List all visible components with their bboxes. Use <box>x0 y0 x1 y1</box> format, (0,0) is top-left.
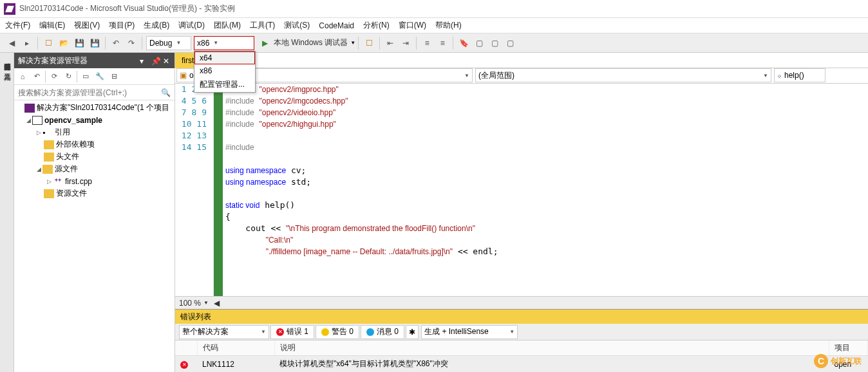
window-title: Sln20170314Code - Microsoft Visual Studi… <box>19 3 235 14</box>
menu-debug[interactable]: 调试(D) <box>178 20 205 31</box>
menu-analyze[interactable]: 分析(N) <box>363 20 390 31</box>
properties-icon[interactable]: 🔧 <box>94 71 106 82</box>
errors-pill[interactable]: ✕错误 1 <box>270 325 314 339</box>
col-desc[interactable]: 说明 <box>274 340 829 356</box>
toolbar-button[interactable]: ▢ <box>473 37 486 50</box>
tree-sources[interactable]: ◢源文件 <box>14 163 175 175</box>
node-label: first.cpp <box>65 177 92 186</box>
line-gutter: 1 2 3 4 5 6 7 8 9 10 11 12 13 14 15 <box>175 84 214 296</box>
separator <box>453 37 453 50</box>
code-content[interactable]: #include "opencv2/imgproc.hpp" #include … <box>223 84 868 296</box>
node-label: 引用 <box>55 127 70 138</box>
dropdown-icon[interactable]: ▾ <box>140 57 147 64</box>
tree-solution[interactable]: 解决方案"Sln20170314Code"(1 个项目 <box>14 102 175 114</box>
chevron-down-icon[interactable]: ▼ <box>350 40 355 46</box>
chevron-down-icon: ▼ <box>509 329 514 335</box>
server-explorer-tab[interactable]: 服务器资源管理器 <box>0 53 14 63</box>
scope-function-combo[interactable]: ⬦help() <box>774 68 826 82</box>
indent-less-icon[interactable]: ⇤ <box>384 37 397 50</box>
chevron-down-icon: ▼ <box>261 329 266 335</box>
separator <box>77 71 77 82</box>
solution-search-input[interactable] <box>14 88 157 97</box>
menu-window[interactable]: 窗口(W) <box>399 20 426 31</box>
watermark-icon: C <box>814 354 828 368</box>
messages-pill[interactable]: 消息 0 <box>361 325 404 339</box>
combo-label: 整个解决方案 <box>182 326 229 337</box>
menu-build[interactable]: 生成(B) <box>144 20 169 31</box>
scope-namespace-combo[interactable]: (全局范围)▼ <box>475 68 771 82</box>
menu-tools[interactable]: 工具(T) <box>250 20 275 31</box>
close-icon[interactable]: ✕ <box>163 57 171 64</box>
toolbar-button[interactable]: ☐ <box>363 37 375 50</box>
menu-test[interactable]: 测试(S) <box>284 20 310 31</box>
redo-icon[interactable]: ↷ <box>125 37 138 50</box>
bookmark-icon[interactable]: 🔖 <box>457 37 470 50</box>
col-code[interactable]: 代码 <box>197 340 274 356</box>
menu-file[interactable]: 文件(F) <box>5 20 30 31</box>
pin-icon[interactable]: 📌 <box>151 57 159 64</box>
tree-refs[interactable]: ▷▪引用 <box>14 126 175 138</box>
dropdown-item-x64[interactable]: x64 <box>194 51 255 64</box>
chevron-down-icon: ▼ <box>176 40 181 46</box>
warnings-pill[interactable]: 警告 0 <box>316 325 359 339</box>
folder-icon <box>44 189 54 198</box>
main-content: 服务器资源管理器 工具箱 解决方案资源管理器 ▾ 📌 ✕ ⌂ ↶ ⟳ ↻ ▭ 🔧… <box>0 53 868 372</box>
filter-button[interactable]: ✱ <box>406 325 419 339</box>
run-icon[interactable]: ▶ <box>258 37 271 50</box>
scroll-left-icon[interactable]: ◀ <box>214 299 220 308</box>
undo-icon[interactable]: ↶ <box>109 37 122 50</box>
tree-resources[interactable]: 资源文件 <box>14 187 175 200</box>
project-icon: ▣ <box>180 71 187 80</box>
main-toolbar: ◀ ▸ ☐ 📂 💾 💾 ↶ ↷ Debug▼ x86▼ x64 x86 配置管理… <box>0 33 868 53</box>
toolbox-tab[interactable]: 工具箱 <box>0 63 14 73</box>
table-header-row: 代码 说明 项目 <box>175 340 868 356</box>
watermark-text: 创新互联 <box>831 356 862 367</box>
save-all-icon[interactable]: 💾 <box>88 37 101 50</box>
refresh-icon[interactable]: ↻ <box>62 71 74 82</box>
nav-fwd-icon[interactable]: ▸ <box>21 37 33 50</box>
menu-help[interactable]: 帮助(H) <box>435 20 462 31</box>
menu-edit[interactable]: 编辑(E) <box>39 20 65 31</box>
tree-headers[interactable]: 头文件 <box>14 151 175 163</box>
dropdown-item-config-manager[interactable]: 配置管理器... <box>194 77 255 92</box>
home-icon[interactable]: ⌂ <box>17 71 28 82</box>
col-project[interactable]: 项目 <box>829 340 868 356</box>
error-scope-combo[interactable]: 整个解决方案▼ <box>179 325 269 339</box>
platform-combo[interactable]: x86▼ x64 x86 配置管理器... <box>194 36 254 50</box>
search-icon[interactable]: 🔍 <box>157 88 175 97</box>
run-label[interactable]: 本地 Windows 调试器 <box>274 37 348 48</box>
uncomment-icon[interactable]: ≡ <box>436 37 449 50</box>
collapse-icon[interactable]: ⊟ <box>108 71 120 82</box>
back-icon[interactable]: ↶ <box>31 71 42 82</box>
toolbar-button[interactable]: ▢ <box>504 37 516 50</box>
show-all-icon[interactable]: ▭ <box>80 71 91 82</box>
code-editor[interactable]: 1 2 3 4 5 6 7 8 9 10 11 12 13 14 15 #inc… <box>175 84 868 296</box>
dropdown-item-x86[interactable]: x86 <box>194 64 255 77</box>
tree-file-first[interactable]: ▷++first.cpp <box>14 175 175 187</box>
sync-icon[interactable]: ⟳ <box>48 71 60 82</box>
open-file-icon[interactable]: 📂 <box>57 37 70 50</box>
solution-toolbar: ⌂ ↶ ⟳ ↻ ▭ 🔧 ⊟ <box>14 68 175 85</box>
new-project-icon[interactable]: ☐ <box>42 37 55 50</box>
zoom-level[interactable]: 100 % <box>179 299 201 308</box>
chevron-down-icon[interactable]: ▼ <box>203 300 209 306</box>
solution-search[interactable]: 🔍 <box>14 85 175 100</box>
separator <box>379 37 380 50</box>
source-combo[interactable]: 生成 + IntelliSense▼ <box>421 325 518 339</box>
error-row[interactable]: ✕ LNK1112 模块计算机类型"x64"与目标计算机类型"X86"冲突 op… <box>175 356 868 373</box>
nav-back-icon[interactable]: ◀ <box>5 37 18 50</box>
pill-label: 消息 0 <box>377 326 399 337</box>
tree-project[interactable]: ◢opencv_sample <box>14 114 175 126</box>
menu-view[interactable]: 视图(V) <box>74 20 100 31</box>
separator <box>37 37 38 50</box>
config-combo[interactable]: Debug▼ <box>146 36 191 50</box>
menu-team[interactable]: 团队(M) <box>214 20 241 31</box>
menu-codemaid[interactable]: CodeMaid <box>319 21 354 30</box>
toolbar-button[interactable]: ▢ <box>488 37 501 50</box>
save-icon[interactable]: 💾 <box>73 37 86 50</box>
indent-more-icon[interactable]: ⇥ <box>399 37 412 50</box>
comment-icon[interactable]: ≡ <box>420 37 433 50</box>
menu-project[interactable]: 项目(P) <box>109 20 135 31</box>
tree-ext[interactable]: 外部依赖项 <box>14 138 175 151</box>
folder-icon <box>44 153 54 162</box>
